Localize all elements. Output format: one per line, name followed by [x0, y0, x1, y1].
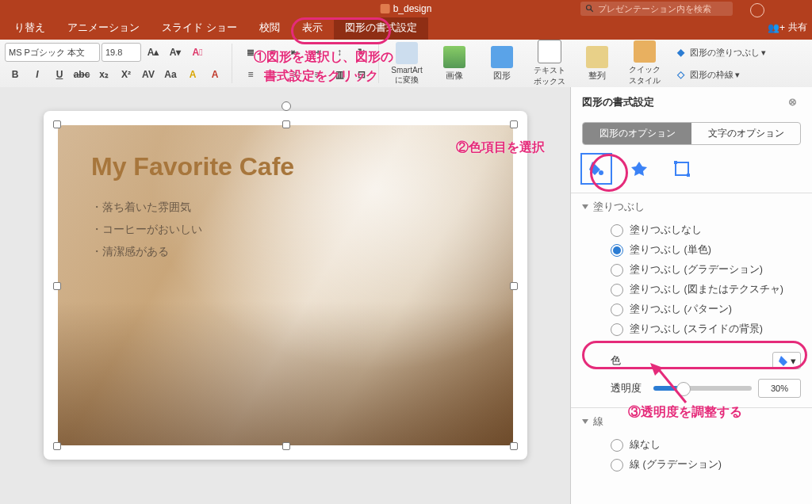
svg-rect-4	[676, 162, 688, 175]
annotation-1a: ①図形を選択し、図形の	[254, 49, 393, 66]
pane-segment: 図形のオプション 文字のオプション	[582, 122, 801, 145]
chevron-down-icon	[582, 419, 588, 424]
grow-font-button[interactable]: A▴	[143, 43, 163, 62]
shape-outline-icon: ◇	[672, 65, 688, 84]
resize-handle-n[interactable]	[282, 120, 290, 128]
resize-handle-s[interactable]	[282, 442, 290, 450]
doc-icon	[381, 4, 390, 13]
tab-animation[interactable]: アニメーション	[56, 16, 151, 40]
font-family-select[interactable]: MS Pゴシック 本文	[5, 43, 100, 62]
doc-title: b_design	[393, 3, 432, 14]
slide[interactable]: My Favorite Cafe ・落ち着いた雰囲気 ・コーヒーがおいしい ・清…	[44, 111, 527, 460]
radio-no-line[interactable]: 線なし	[611, 435, 801, 455]
fill-category-icon[interactable]	[582, 155, 611, 183]
svg-point-0	[587, 6, 592, 10]
share-icon: 👥+	[768, 22, 785, 33]
text-placeholder[interactable]: My Favorite Cafe ・落ち着いた雰囲気 ・コーヒーがおいしい ・清…	[91, 152, 294, 267]
color-label: 色	[611, 354, 621, 368]
share-button[interactable]: 👥+ 共有	[768, 21, 807, 34]
transparency-label: 透明度	[611, 382, 647, 395]
subscript-button[interactable]: x₂	[94, 65, 114, 84]
annotation-2: ②色項目を選択	[456, 139, 545, 156]
tab-review[interactable]: 校閲	[248, 16, 291, 40]
shrink-font-button[interactable]: A▾	[165, 43, 186, 62]
close-pane-button[interactable]: ⊗	[788, 96, 801, 109]
resize-handle-ne[interactable]	[510, 120, 518, 128]
search-box[interactable]: プレゼンテーション内を検索	[580, 2, 733, 16]
ribbon: MS Pゴシック 本文 19.8 A▴ A▾ A⃠ B I U abc x₂ X…	[0, 40, 812, 88]
shape-button[interactable]: 図形	[482, 46, 522, 82]
radio-picture-fill[interactable]: 塗りつぶし (図またはテクスチャ)	[611, 280, 801, 300]
fill-section-header[interactable]: 塗りつぶし	[571, 193, 812, 220]
paint-bucket-icon	[778, 354, 791, 367]
underline-button[interactable]: U	[49, 65, 70, 84]
shape-icon	[491, 46, 513, 68]
app-root: b_design プレゼンテーション内を検索 り替え アニメーション スライド …	[0, 0, 812, 504]
color-picker-button[interactable]: ▾	[772, 352, 801, 369]
quickstyle-button[interactable]: クイック スタイル	[625, 40, 665, 86]
effects-category-icon[interactable]	[625, 155, 653, 183]
arrange-button[interactable]: 整列	[577, 46, 617, 82]
clear-format-button[interactable]: A⃠	[187, 43, 208, 62]
shape-fill-button[interactable]: 図形の塗りつぶし	[690, 47, 760, 59]
tab-transitions[interactable]: り替え	[3, 16, 56, 40]
radio-solid-fill[interactable]: 塗りつぶし (単色)	[611, 240, 801, 260]
textbox-button[interactable]: テキスト ボックス	[530, 40, 569, 87]
ribbon-tabs: り替え アニメーション スライド ショー 校閲 表示 図形の書式設定	[0, 17, 812, 40]
svg-rect-5	[674, 161, 677, 164]
image-icon	[443, 46, 465, 68]
quickstyle-icon	[634, 40, 656, 63]
resize-handle-sw[interactable]	[53, 442, 61, 450]
rotate-handle[interactable]	[282, 101, 291, 111]
bold-button[interactable]: B	[5, 65, 25, 84]
superscript-button[interactable]: X²	[116, 65, 136, 84]
seg-text-options[interactable]: 文字のオプション	[691, 123, 800, 144]
bullet-1: ・落ち着いた雰囲気	[91, 200, 294, 215]
shape-outline-button[interactable]: 図形の枠線	[690, 69, 733, 81]
resize-handle-w[interactable]	[53, 282, 61, 290]
svg-point-2	[599, 170, 603, 175]
radio-slide-bg-fill[interactable]: 塗りつぶし (スライドの背景)	[611, 319, 801, 339]
radio-gradient-fill[interactable]: 塗りつぶし (グラデーション)	[611, 260, 801, 280]
titlebar: b_design プレゼンテーション内を検索	[0, 0, 812, 17]
svg-rect-6	[687, 174, 690, 177]
highlight-button[interactable]: A	[182, 65, 203, 84]
change-case-button[interactable]: Aa	[160, 65, 181, 84]
slider-thumb[interactable]	[676, 382, 691, 396]
shape-fill-icon: ◆	[672, 43, 688, 62]
search-icon	[585, 4, 595, 13]
annotation-3: ③透明度を調整する	[628, 404, 742, 421]
font-size-select[interactable]: 19.8	[102, 43, 141, 62]
tab-slideshow[interactable]: スライド ショー	[151, 16, 248, 40]
image-button[interactable]: 画像	[435, 46, 474, 82]
tab-view[interactable]: 表示	[291, 16, 334, 40]
arrange-icon	[586, 46, 608, 68]
size-category-icon[interactable]	[668, 155, 696, 183]
format-pane: 図形の書式設定 ⊗ 図形のオプション 文字のオプション 塗りつぶし 塗りつぶしな…	[570, 87, 812, 504]
radio-no-fill[interactable]: 塗りつぶしなし	[611, 220, 801, 240]
seg-shape-options[interactable]: 図形のオプション	[583, 123, 691, 144]
tab-shape-format[interactable]: 図形の書式設定	[334, 16, 428, 40]
strike-button[interactable]: abc	[71, 65, 92, 84]
svg-marker-3	[631, 162, 647, 176]
smartart-icon	[396, 42, 418, 64]
radio-gradient-line[interactable]: 線 (グラデーション)	[611, 455, 801, 475]
italic-button[interactable]: I	[27, 65, 48, 84]
transparency-slider[interactable]	[653, 386, 752, 391]
align-left-button[interactable]: ≡	[240, 65, 261, 84]
radio-pattern-fill[interactable]: 塗りつぶし (パターン)	[611, 300, 801, 319]
search-placeholder: プレゼンテーション内を検索	[598, 3, 711, 15]
feedback-icon[interactable]	[750, 3, 764, 17]
svg-line-1	[591, 10, 593, 12]
resize-handle-e[interactable]	[510, 282, 518, 290]
slide-title: My Favorite Cafe	[91, 152, 294, 181]
textbox-icon	[538, 40, 561, 63]
font-color-button[interactable]: A	[205, 65, 225, 84]
document-name: b_design	[381, 3, 432, 14]
bullet-2: ・コーヒーがおいしい	[91, 223, 294, 237]
char-spacing-button[interactable]: AV	[138, 65, 159, 84]
transparency-value[interactable]: 30%	[758, 379, 801, 398]
pane-title: 図形の書式設定	[582, 95, 654, 109]
resize-handle-nw[interactable]	[53, 120, 61, 128]
resize-handle-se[interactable]	[510, 442, 518, 450]
